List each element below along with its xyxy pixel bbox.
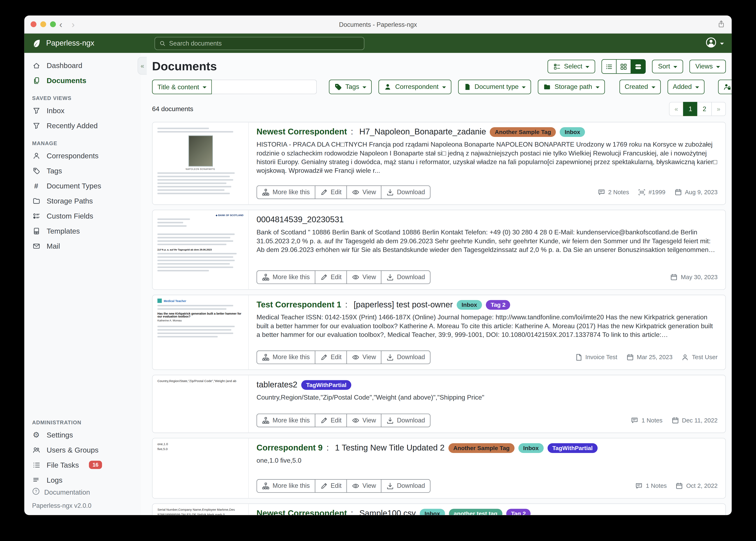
correspondent-link[interactable]: Newest Correspondent <box>256 127 347 137</box>
sidebar-item-label: Document Types <box>47 182 101 190</box>
title-content-filter-input[interactable] <box>212 80 317 94</box>
sidebar-item-correspondents[interactable]: Correspondents <box>24 148 141 163</box>
pagination-next[interactable]: » <box>711 102 726 116</box>
sidebar-item-storage-paths[interactable]: Storage Paths <box>24 193 141 208</box>
correspondent-link[interactable]: Correspondent 9 <box>256 443 322 453</box>
document-card: one,1.0five,5.0Correspondent 9: 1 Testin… <box>152 438 726 499</box>
document-title-link[interactable]: H7_Napoleon_Bonaparte_zadanie <box>359 127 486 137</box>
download-button[interactable]: Download <box>381 270 430 284</box>
download-button[interactable]: Download <box>381 479 430 493</box>
edit-button[interactable]: Edit <box>315 270 347 284</box>
tag-pill-inbox[interactable]: Inbox <box>560 127 585 137</box>
edit-button[interactable]: Edit <box>315 185 347 199</box>
document-thumbnail[interactable]: Medical TeacherHas the new Kirkpatrick g… <box>152 295 249 369</box>
sidebar-item-users-groups[interactable]: Users & Groups <box>24 442 141 457</box>
sidebar-collapse-button[interactable]: « <box>137 57 147 75</box>
view-button[interactable]: View <box>346 350 381 364</box>
sidebar-item-settings[interactable]: ⚙Settings <box>24 427 141 442</box>
meta-1-notes[interactable]: 1 Notes <box>635 482 667 490</box>
document-title-link[interactable]: tablerates2 <box>256 380 297 390</box>
more-like-this-button[interactable]: More like this <box>256 350 315 364</box>
document-title-link[interactable]: Sample100.csv <box>359 509 416 515</box>
download-button[interactable]: Download <box>381 414 430 427</box>
sidebar-item-tags[interactable]: Tags <box>24 163 141 178</box>
minimize-window-button[interactable] <box>40 21 46 27</box>
filter-storage-path-button[interactable]: Storage path <box>538 80 605 94</box>
meta-1-notes[interactable]: 1 Notes <box>631 416 663 424</box>
views-dropdown-button[interactable]: Views <box>690 60 726 74</box>
view-button[interactable]: View <box>346 185 381 199</box>
tag-pill-tagwithpartial[interactable]: TagWithPartial <box>301 380 351 390</box>
pagination-prev[interactable]: « <box>669 102 684 116</box>
filter-added-button[interactable]: Added <box>667 80 704 94</box>
sidebar-item-custom-fields[interactable]: Custom Fields <box>24 208 141 223</box>
document-thumbnail[interactable]: Country,Region/State,"Zip/Postal Code","… <box>152 375 249 432</box>
view-list-button[interactable] <box>602 59 617 74</box>
tag-pill-inbox[interactable]: Inbox <box>457 300 482 310</box>
sidebar-item-dashboard[interactable]: Dashboard <box>24 58 141 73</box>
tag-pill-another-test-tag[interactable]: another test tag <box>449 509 502 515</box>
filter-correspondent-button[interactable]: Correspondent <box>379 80 451 94</box>
view-button[interactable]: View <box>346 479 381 493</box>
tag-pill-tag-2[interactable]: Tag 2 <box>486 300 510 310</box>
view-button[interactable]: View <box>346 270 381 284</box>
tag-pill-tagwithpartial[interactable]: TagWithPartial <box>547 443 598 453</box>
sort-dropdown-button[interactable]: Sort <box>652 60 683 74</box>
pagination-page-2[interactable]: 2 <box>697 102 712 116</box>
sidebar-item-documents[interactable]: Documents <box>24 73 141 88</box>
zoom-window-button[interactable] <box>50 21 56 27</box>
back-icon[interactable]: ‹ <box>59 20 62 29</box>
sidebar-item-templates[interactable]: Templates <box>24 223 141 238</box>
tag-pill-inbox[interactable]: Inbox <box>518 443 543 453</box>
tag-pill-another-sample-tag[interactable]: Another Sample Tag <box>490 127 556 137</box>
view-detail-button[interactable] <box>631 59 646 74</box>
more-like-this-button[interactable]: More like this <box>256 185 315 199</box>
document-thumbnail[interactable]: Serial Number,Company Name,Employee Mark… <box>152 504 249 515</box>
filter-document-type-button[interactable]: Document type <box>458 80 531 94</box>
edit-button[interactable]: Edit <box>315 350 347 364</box>
more-like-this-button[interactable]: More like this <box>256 479 315 493</box>
edit-button[interactable]: Edit <box>315 479 347 493</box>
more-like-this-button[interactable]: More like this <box>256 414 315 427</box>
document-thumbnail[interactable]: one,1.0five,5.0 <box>152 438 249 498</box>
filter-permissions-button[interactable]: Permissions <box>718 80 732 94</box>
filter-tags-button[interactable]: Tags <box>329 80 372 94</box>
close-window-button[interactable] <box>31 21 36 27</box>
sidebar-item-logs[interactable]: Logs <box>24 472 141 487</box>
sidebar-item-inbox[interactable]: Inbox <box>24 103 141 118</box>
sidebar-item-mail[interactable]: Mail <box>24 238 141 254</box>
app-brand[interactable]: Paperless-ngx <box>24 39 141 48</box>
view-button[interactable]: View <box>346 414 381 427</box>
tag-pill-inbox[interactable]: Inbox <box>420 509 445 515</box>
users-icon <box>32 446 40 454</box>
tag-pill-another-sample-tag[interactable]: Another Sample Tag <box>448 443 514 453</box>
document-content-preview: one,1.0 five,5.0 <box>256 456 718 465</box>
sidebar-item-file-tasks[interactable]: File Tasks16 <box>24 457 141 472</box>
download-button[interactable]: Download <box>381 350 430 364</box>
sidebar-item-recently-added[interactable]: Recently Added <box>24 118 141 133</box>
filter-field-dropdown[interactable]: Title & content <box>152 80 212 94</box>
search-input[interactable] <box>169 40 359 47</box>
user-menu[interactable] <box>705 37 724 50</box>
document-title-link[interactable]: [paperless] test post-owner <box>354 300 453 310</box>
more-like-this-button[interactable]: More like this <box>256 270 315 284</box>
sidebar-item-document-types[interactable]: #Document Types <box>24 178 141 193</box>
edit-button[interactable]: Edit <box>315 414 347 427</box>
view-grid-button[interactable] <box>616 59 631 74</box>
pagination-page-1[interactable]: 1 <box>683 102 698 116</box>
forward-icon[interactable]: › <box>72 20 75 29</box>
document-thumbnail[interactable]: NAPOLEON BONAPARTE <box>152 122 249 204</box>
meta-invoice-test[interactable]: Invoice Test <box>575 353 617 361</box>
download-button[interactable]: Download <box>381 185 430 199</box>
documentation-link[interactable]: ? Documentation <box>32 487 133 497</box>
meta-2-notes[interactable]: 2 Notes <box>598 188 629 196</box>
tag-pill-tag-2[interactable]: Tag 2 <box>506 509 531 515</box>
correspondent-link[interactable]: Test Correspondent 1 <box>256 300 341 310</box>
filter-created-button[interactable]: Created <box>619 80 661 94</box>
document-thumbnail[interactable]: ◆ BANK OF SCOTLAND2,0 % p. a. auf Ihr Ta… <box>152 210 249 289</box>
correspondent-link[interactable]: Newest Correspondent <box>256 509 347 515</box>
document-title-link[interactable]: 0004814539_20230531 <box>256 215 344 225</box>
share-icon[interactable] <box>718 20 725 30</box>
select-dropdown-button[interactable]: Select <box>548 60 595 74</box>
document-title-link[interactable]: 1 Testing New Title Updated 2 <box>335 443 445 453</box>
